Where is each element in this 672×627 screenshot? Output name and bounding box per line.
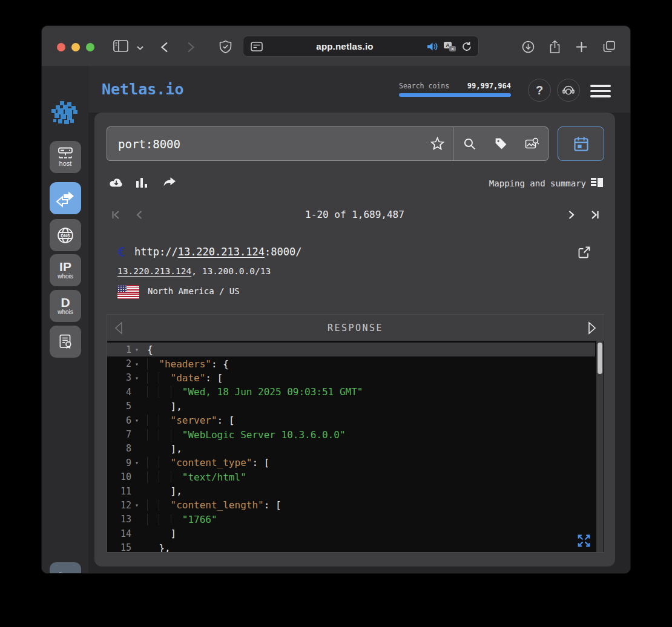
code-line: 4 "Wed, 18 Jun 2025 09:03:51 GMT" xyxy=(107,385,595,399)
results-card: port:8000 xyxy=(94,113,615,566)
netlas-logo[interactable] xyxy=(51,101,79,129)
audio-playing-icon[interactable] xyxy=(427,42,438,51)
code-text: ], xyxy=(142,485,182,497)
ip-whois-label: IP xyxy=(59,261,71,273)
reload-icon[interactable] xyxy=(461,41,472,52)
new-tab-icon[interactable] xyxy=(576,41,587,53)
expand-fullscreen-icon[interactable] xyxy=(576,533,591,551)
url-text: app.netlas.io xyxy=(263,41,427,51)
help-button[interactable]: ? xyxy=(528,79,551,102)
favorite-star-icon[interactable] xyxy=(421,127,453,160)
forward-icon[interactable] xyxy=(187,42,195,53)
download-results-icon[interactable] xyxy=(109,176,124,192)
search-query-text[interactable]: port:8000 xyxy=(107,137,421,151)
code-line: 14 ] xyxy=(107,527,595,540)
url-host-link[interactable]: 13.220.213.124 xyxy=(178,246,265,258)
line-number: 3 xyxy=(107,372,131,383)
next-page-icon[interactable] xyxy=(564,208,578,224)
fold-toggle-icon[interactable]: ▾ xyxy=(131,417,142,424)
back-icon[interactable] xyxy=(160,42,168,53)
sidebar-item-response-search[interactable] xyxy=(50,182,81,214)
calendar-icon xyxy=(573,136,590,153)
code-text: "content_type": [ xyxy=(142,457,269,468)
line-number: 10 xyxy=(107,471,131,482)
minimize-window-button[interactable] xyxy=(71,43,80,51)
sidebar-item-certificates[interactable] xyxy=(50,326,81,358)
maximize-window-button[interactable] xyxy=(86,43,94,51)
code-text: "WebLogic Server 10.3.6.0.0" xyxy=(142,429,346,441)
translate-icon[interactable]: A x xyxy=(443,41,456,52)
panel-left-arrow-icon[interactable] xyxy=(113,321,125,338)
history-calendar-button[interactable] xyxy=(558,126,604,161)
chevron-down-icon[interactable] xyxy=(137,46,143,50)
search-input[interactable]: port:8000 xyxy=(107,126,548,161)
line-number: 2 xyxy=(107,358,131,369)
downloads-icon[interactable] xyxy=(522,41,535,53)
fold-toggle-icon[interactable]: ▾ xyxy=(131,361,142,367)
ip-link[interactable]: 13.220.213.124 xyxy=(117,266,191,276)
close-window-button[interactable] xyxy=(57,43,65,51)
sidebar-item-domain-whois[interactable]: D whois xyxy=(50,290,81,322)
code-line: 1▾{ xyxy=(107,343,595,356)
share-icon[interactable] xyxy=(549,40,561,54)
line-number: 7 xyxy=(107,429,131,440)
us-flag-icon xyxy=(117,285,139,299)
sidebar-toggle-icon[interactable] xyxy=(113,40,128,52)
fold-toggle-icon[interactable]: ▾ xyxy=(131,502,142,508)
menu-icon[interactable] xyxy=(590,85,611,97)
sidebar-item-label: host xyxy=(59,160,72,167)
result-url: http://13.220.213.124:8000/ xyxy=(134,246,301,258)
brand-title[interactable]: Netlas.io xyxy=(102,80,183,98)
sidebar-item-tutorials[interactable] xyxy=(50,562,81,574)
tabs-overview-icon[interactable] xyxy=(603,41,616,53)
code-line: 6▾ "server": [ xyxy=(107,413,595,427)
shield-icon[interactable] xyxy=(219,40,232,54)
ip-whois-sublabel: whois xyxy=(58,273,73,280)
subnet-text: , 13.200.0.0/13 xyxy=(191,266,271,276)
code-text: ], xyxy=(142,443,182,455)
result-ip-row: 13.220.213.124, 13.200.0.0/13 xyxy=(117,266,271,276)
pagination-range: 1-20 of 1,689,487 xyxy=(94,209,615,220)
sidebar-item-ip-whois[interactable]: IP whois xyxy=(50,254,81,286)
mapping-summary-label: Mapping and summary xyxy=(489,179,586,188)
share-results-icon[interactable] xyxy=(162,176,177,191)
code-text: "date": [ xyxy=(142,372,223,384)
sidebar-item-dns[interactable]: DNS xyxy=(50,219,81,251)
image-search-icon[interactable] xyxy=(516,127,548,160)
code-line: 13 "1766" xyxy=(107,513,595,527)
line-number: 13 xyxy=(107,514,131,525)
fold-toggle-icon[interactable]: ▾ xyxy=(131,346,142,353)
panel-right-arrow-icon[interactable] xyxy=(585,321,598,338)
code-line: 7 "WebLogic Server 10.3.6.0.0" xyxy=(107,427,595,441)
search-icon[interactable] xyxy=(453,127,485,160)
dns-icon-label: DNS xyxy=(61,232,70,238)
code-text: "1766" xyxy=(142,514,217,525)
code-scrollbar-thumb[interactable] xyxy=(598,343,602,374)
result-geo-row: North America / US xyxy=(94,284,615,300)
mapping-summary-toggle[interactable]: Mapping and summary xyxy=(489,178,603,188)
support-button[interactable] xyxy=(557,79,580,102)
line-number: 11 xyxy=(107,486,131,497)
result-favicon: € xyxy=(117,245,125,260)
fold-toggle-icon[interactable]: ▾ xyxy=(131,459,142,466)
code-text: }, xyxy=(142,542,171,553)
svg-text:x: x xyxy=(451,46,454,51)
fold-toggle-icon[interactable]: ▾ xyxy=(131,375,142,381)
code-text: ] xyxy=(142,528,176,539)
code-line: 3▾ "date": [ xyxy=(107,371,595,385)
line-number: 5 xyxy=(107,401,131,412)
response-code-viewer: 1▾{2▾ "headers": {3▾ "date": [4 "Wed, 18… xyxy=(107,341,604,553)
tag-icon[interactable] xyxy=(485,127,516,160)
coins-progress-bar xyxy=(399,93,511,97)
last-page-icon[interactable] xyxy=(587,208,600,224)
code-lines: 1▾{2▾ "headers": {3▾ "date": [4 "Wed, 18… xyxy=(107,343,595,553)
url-bar[interactable]: app.netlas.io A x xyxy=(243,36,479,57)
open-external-icon[interactable] xyxy=(578,246,591,261)
code-scrollbar[interactable] xyxy=(596,341,603,552)
chart-stats-icon[interactable] xyxy=(135,177,148,191)
response-panel-header: RESPONSE xyxy=(107,314,604,341)
sidebar-item-host[interactable]: host xyxy=(50,141,81,173)
actions-row: Mapping and summary xyxy=(94,173,615,195)
page-info-icon[interactable] xyxy=(251,42,263,51)
code-text: "content_length": [ xyxy=(142,499,282,511)
